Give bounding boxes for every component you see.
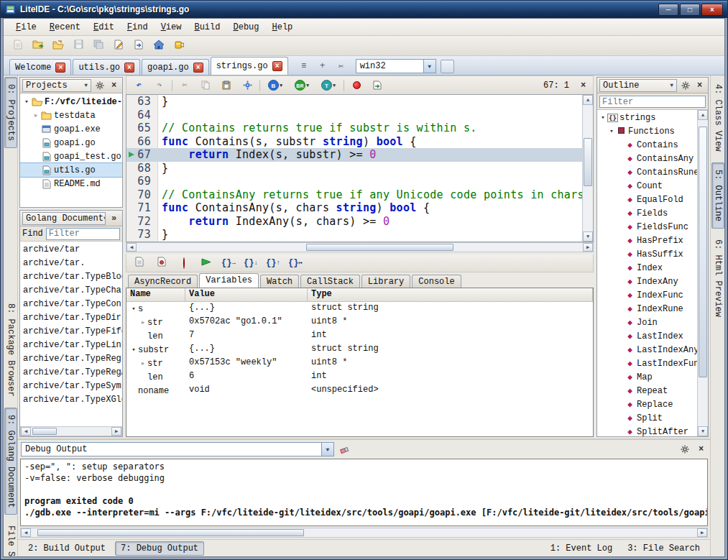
editor-hscrollbar[interactable]: ◀ ▶ bbox=[126, 242, 594, 252]
line-number[interactable]: 72 bbox=[126, 215, 158, 229]
outline-vscrollbar[interactable]: ▲ ▼ bbox=[697, 110, 708, 436]
code-line-70[interactable]: 70// ContainsAny returns true if any Uni… bbox=[126, 188, 582, 202]
tab-close-icon[interactable]: × bbox=[193, 63, 203, 73]
tab-close-icon[interactable]: × bbox=[55, 63, 65, 73]
outline-item-replace[interactable]: ◆Replace bbox=[597, 398, 697, 411]
doc-item-archive-tar-typecont[interactable]: archive/tar.TypeCont bbox=[20, 297, 122, 311]
doc-tab-utils-go[interactable]: utils.go× bbox=[73, 59, 140, 75]
gear-icon[interactable] bbox=[679, 79, 691, 91]
scroll-left-icon[interactable]: ◀ bbox=[21, 427, 31, 436]
status-button-1-event-log[interactable]: 1: Event Log bbox=[545, 541, 618, 556]
outline-item-functions[interactable]: ▾Functions bbox=[597, 124, 697, 138]
close-icon[interactable]: × bbox=[695, 444, 707, 456]
doc-item-archive-tar-typereg[interactable]: archive/tar.TypeReg bbox=[20, 352, 122, 365]
test-menu-button[interactable]: T▼ bbox=[317, 78, 340, 93]
variable-row-str[interactable]: ▹str0x5702ac "go1.0.1"uint8 * bbox=[126, 316, 593, 329]
outline-item-strings[interactable]: ▾{}strings bbox=[597, 111, 697, 124]
open-folder-button[interactable] bbox=[50, 38, 67, 54]
build-menu-button[interactable]: B▼ bbox=[264, 78, 287, 93]
load-session-button[interactable] bbox=[130, 38, 147, 54]
project-item-readme-md[interactable]: README.md bbox=[20, 177, 122, 191]
debug-tab-library[interactable]: Library bbox=[361, 275, 410, 288]
gear-icon[interactable] bbox=[678, 444, 691, 456]
code-editor[interactable]: 63}6465// Contains returns true if subst… bbox=[126, 94, 594, 242]
doc-item-archive-tar-typexglobalheader[interactable]: archive/tar.TypeXGlobalHeader bbox=[20, 393, 122, 406]
code-line-71[interactable]: 71func ContainsAny(s, chars string) bool… bbox=[126, 201, 582, 215]
side-tab-9-golang-document[interactable]: 9: Golang Document bbox=[4, 408, 17, 515]
expander-icon[interactable]: ▾ bbox=[22, 98, 31, 106]
liteide-app-button[interactable] bbox=[170, 38, 188, 54]
output-pane-combo[interactable]: Debug Output ▼ bbox=[21, 442, 334, 456]
outline-filter-input[interactable] bbox=[599, 96, 706, 108]
titlebar[interactable]: LiteIDE - C:\Go\src\pkg\strings\strings.… bbox=[1, 1, 727, 18]
expander-icon[interactable]: ▾ bbox=[129, 346, 138, 354]
tab-close-icon[interactable]: × bbox=[272, 61, 282, 71]
build-run-menu-button[interactable]: BR▼ bbox=[290, 78, 313, 93]
close-button[interactable]: × bbox=[701, 4, 723, 16]
outline-item-lastindexfunc[interactable]: ◆LastIndexFunc bbox=[597, 357, 697, 370]
close-icon[interactable]: × bbox=[108, 79, 120, 91]
outline-item-containsrune[interactable]: ◆ContainsRune bbox=[597, 165, 697, 179]
env-settings-button[interactable] bbox=[441, 60, 454, 73]
doc-tab-welcome[interactable]: Welcome× bbox=[9, 59, 71, 75]
overflow-icon[interactable]: » bbox=[108, 212, 120, 224]
variable-row-str[interactable]: ▹str0x57153c "weekly"uint8 * bbox=[126, 357, 593, 370]
scroll-right-icon[interactable]: ▶ bbox=[697, 528, 707, 537]
side-tab-6-html-preview[interactable]: 6: Html Preview bbox=[711, 232, 724, 324]
debug-tab-callstack[interactable]: CallStack bbox=[300, 275, 360, 288]
outline-item-hassuffix[interactable]: ◆HasSuffix bbox=[597, 247, 697, 261]
menu-edit[interactable]: Edit bbox=[87, 21, 121, 34]
doc-item-archive-tar[interactable]: archive/tar bbox=[20, 242, 122, 256]
new-tab-icon[interactable]: + bbox=[315, 59, 330, 73]
doc-tab-goapi-go[interactable]: goapi.go× bbox=[142, 59, 209, 75]
side-tab-file-system[interactable]: File System bbox=[4, 518, 17, 556]
outline-item-count[interactable]: ◆Count bbox=[597, 179, 697, 193]
outline-item-contains[interactable]: ◆Contains bbox=[597, 138, 697, 152]
outline-item-split[interactable]: ◆Split bbox=[597, 411, 697, 425]
outline-item-index[interactable]: ◆Index bbox=[597, 261, 697, 275]
line-number[interactable]: 67 bbox=[126, 148, 158, 162]
copy-button[interactable] bbox=[197, 78, 214, 93]
doc-list-hscrollbar[interactable]: ◀ ▶ bbox=[20, 426, 122, 436]
menu-recent[interactable]: Recent bbox=[43, 21, 87, 34]
code-line-63[interactable]: 63} bbox=[126, 95, 582, 109]
outline-item-fieldsfunc[interactable]: ◆FieldsFunc bbox=[597, 220, 697, 234]
doc-item-archive-tar-typefifo[interactable]: archive/tar.TypeFifo bbox=[20, 324, 122, 338]
project-item-utils-go[interactable]: utils.go bbox=[20, 163, 122, 177]
project-item-testdata[interactable]: ▹testdata bbox=[20, 109, 122, 122]
clear-output-icon[interactable] bbox=[338, 444, 351, 456]
project-item-f-vfc-liteide-git[interactable]: ▾F:/vfc/liteide-git bbox=[20, 95, 122, 109]
debug-output-text[interactable]: -sep=", ": setup separators-v=false: ver… bbox=[20, 459, 708, 526]
outline-item-indexany[interactable]: ◆IndexAny bbox=[597, 275, 697, 288]
outline-item-join[interactable]: ◆Join bbox=[597, 316, 697, 329]
expander-icon[interactable]: ▹ bbox=[139, 318, 147, 326]
paste-button[interactable] bbox=[218, 78, 235, 93]
project-item-goapi-go[interactable]: goapi.go bbox=[20, 136, 122, 150]
close-editor-icon[interactable]: × bbox=[577, 79, 589, 91]
projects-header-combo[interactable]: Projects ▼ bbox=[22, 79, 91, 92]
side-tab-0-projects[interactable]: 0: Projects bbox=[4, 77, 17, 148]
expander-icon[interactable]: ▾ bbox=[129, 305, 138, 313]
line-number[interactable]: 70 bbox=[126, 188, 158, 202]
tab-close-icon[interactable]: × bbox=[124, 63, 134, 73]
save-file-button[interactable] bbox=[70, 38, 87, 54]
menu-file[interactable]: File bbox=[9, 21, 43, 34]
stop-debug-button[interactable] bbox=[175, 255, 193, 271]
variable-row-s[interactable]: ▾s{...}struct string bbox=[126, 302, 593, 316]
outline-item-hasprefix[interactable]: ◆HasPrefix bbox=[597, 234, 697, 247]
outline-item-indexrune[interactable]: ◆IndexRune bbox=[597, 302, 697, 316]
maximize-button[interactable]: □ bbox=[680, 4, 700, 16]
cut-button[interactable]: ✂ bbox=[176, 78, 193, 93]
menu-help[interactable]: Help bbox=[266, 21, 300, 34]
open-log-button[interactable] bbox=[131, 255, 148, 271]
open-file-button[interactable] bbox=[29, 38, 47, 54]
scroll-right-icon[interactable]: ▶ bbox=[583, 243, 593, 252]
debug-tab-variables[interactable]: Variables bbox=[199, 273, 259, 288]
side-tab-8-package-browser[interactable]: 8: Package Browser bbox=[4, 296, 17, 404]
project-item-goapi-exe[interactable]: goapi.exe bbox=[20, 122, 122, 136]
status-button-7-debug-output[interactable]: 7: Debug Output bbox=[115, 541, 204, 556]
outline-item-indexfunc[interactable]: ◆IndexFunc bbox=[597, 288, 697, 302]
doc-item-archive-tar-typesymlink[interactable]: archive/tar.TypeSymlink bbox=[20, 379, 122, 393]
menu-build[interactable]: Build bbox=[188, 21, 226, 34]
code-line-67[interactable]: 67 return Index(s, substr) >= 0 bbox=[126, 148, 582, 162]
